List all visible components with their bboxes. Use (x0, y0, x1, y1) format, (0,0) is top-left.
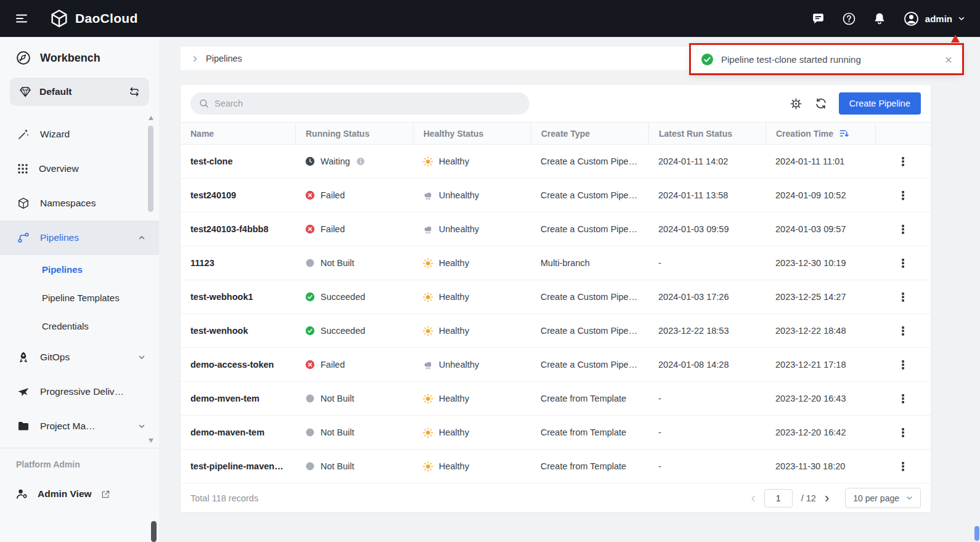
running-status-label: Failed (321, 190, 345, 200)
row-actions-button[interactable]: ⋮ (892, 392, 915, 406)
sidebar-item-project-management[interactable]: Project Ma… (0, 409, 159, 443)
col-running-status[interactable]: Running Status (295, 123, 413, 144)
col-latest-run-status[interactable]: Latest Run Status (648, 123, 766, 144)
pipeline-name[interactable]: test240103-f4bbb8 (181, 224, 295, 234)
creation-time: 2023-11-30 18:20 (766, 461, 875, 471)
running-status-label: Waiting (321, 156, 350, 166)
sun-icon (423, 394, 433, 404)
row-actions-button[interactable]: ⋮ (892, 188, 915, 203)
running-status-label: Failed (321, 360, 345, 370)
menu-hamburger-icon[interactable] (15, 12, 28, 25)
search-box[interactable] (190, 92, 529, 115)
healthy-status-label: Healthy (439, 258, 469, 268)
table-row[interactable]: test-clone Waiting Healthy Create a Cust… (181, 145, 931, 179)
table-row[interactable]: 11123 Not Built Healthy Multi-branch - 2… (181, 246, 931, 280)
row-actions: ⋮ (875, 459, 931, 474)
running-status: Not Built (295, 258, 413, 268)
toast-close-button[interactable]: × (945, 53, 952, 66)
table-row[interactable]: test-wenhook Succeeded Healthy Create a … (181, 314, 931, 348)
notification-bell-icon[interactable] (873, 12, 886, 25)
table-row[interactable]: test240109 Failed Unhealthy Create a Cus… (181, 179, 931, 212)
create-pipeline-button[interactable]: Create Pipeline (839, 92, 921, 115)
scrollbar-thumb[interactable] (148, 126, 153, 212)
sidebar-subitem-credentials[interactable]: Credentials (0, 312, 159, 340)
table-row[interactable]: test-pipeline-maven… Not Built Healthy C… (181, 450, 931, 483)
row-actions-button[interactable]: ⋮ (892, 358, 915, 372)
external-link-icon (101, 490, 110, 499)
sidebar-item-wizard[interactable]: Wizard (0, 117, 159, 152)
scroll-up-arrow[interactable] (149, 116, 153, 120)
user-menu[interactable]: admin (903, 10, 965, 27)
next-page-button[interactable]: › (825, 491, 829, 505)
sidebar-item-label: Pipelines (40, 232, 79, 243)
platform-admin-section: Platform Admin Admin View (0, 448, 159, 542)
help-icon[interactable] (842, 12, 856, 26)
running-status: Failed (295, 224, 413, 234)
table-row[interactable]: test240103-f4bbb8 Failed Unhealthy Creat… (181, 212, 931, 246)
latest-run: 2024-01-03 17:26 (648, 292, 766, 302)
creation-time: 2023-12-20 16:42 (766, 427, 875, 437)
sidebar-subitem-pipelines[interactable]: Pipelines (0, 255, 159, 283)
workbench-header: Workbench (0, 37, 159, 74)
col-create-type[interactable]: Create Type (531, 123, 648, 144)
annotation-arrow (951, 34, 960, 42)
sidebar-subitem-pipeline-templates[interactable]: Pipeline Templates (0, 283, 159, 312)
row-actions-button[interactable]: ⋮ (892, 426, 915, 440)
sidebar-item-admin-view[interactable]: Admin View (16, 488, 143, 500)
pipeline-name[interactable]: demo-mven-tem (181, 394, 295, 403)
per-page-select[interactable]: 10 per page (845, 488, 921, 508)
table-row[interactable]: demo-mven-tem Not Built Healthy Create f… (181, 382, 931, 416)
info-icon[interactable] (356, 157, 365, 166)
scrollbar-thumb[interactable] (974, 526, 979, 541)
settings-gear-icon[interactable] (790, 98, 802, 110)
row-actions-button[interactable]: ⋮ (892, 324, 915, 338)
breadcrumb-current[interactable]: Pipelines (206, 54, 242, 63)
healthy-status-label: Healthy (439, 292, 469, 302)
row-actions-button[interactable]: ⋮ (892, 155, 915, 169)
scroll-down-arrow[interactable] (149, 439, 153, 443)
sidebar-item-namespaces[interactable]: Namespaces (0, 186, 159, 220)
sidebar-subitem-label: Credentials (42, 321, 89, 331)
table-header: Name Running Status Healthy Status Creat… (181, 122, 931, 145)
pipeline-name[interactable]: test-webhook1 (181, 292, 295, 302)
scrollbar-thumb[interactable] (151, 521, 157, 542)
refresh-icon[interactable] (815, 97, 827, 110)
table-row[interactable]: test-webhook1 Succeeded Healthy Create a… (181, 280, 931, 314)
row-actions-button[interactable]: ⋮ (892, 222, 915, 237)
col-name[interactable]: Name (181, 123, 295, 144)
workspace-selector[interactable]: Default (10, 78, 149, 106)
page-number-input[interactable]: 1 (764, 489, 793, 508)
pipeline-name[interactable]: test-wenhook (181, 326, 295, 336)
sidebar-item-label: Overview (39, 163, 79, 174)
sidebar-item-gitops[interactable]: GitOps (0, 340, 159, 374)
chat-icon[interactable] (811, 12, 825, 26)
platform-admin-label: Platform Admin (16, 459, 143, 469)
pipeline-name[interactable]: demo-maven-tem (181, 427, 295, 437)
pipeline-name[interactable]: test240109 (181, 190, 295, 200)
folder-icon (17, 420, 30, 432)
switch-workspace-icon[interactable] (129, 86, 140, 97)
search-input[interactable] (214, 99, 521, 108)
healthy-status-label: Healthy (439, 427, 469, 437)
row-actions-button[interactable]: ⋮ (892, 459, 915, 474)
sidebar-item-label: GitOps (40, 352, 70, 363)
create-type: Create from Template (531, 394, 648, 403)
row-actions-button[interactable]: ⋮ (892, 290, 915, 304)
sidebar-item-overview[interactable]: Overview (0, 152, 159, 186)
row-actions: ⋮ (875, 426, 931, 440)
col-creation-time[interactable]: Creation Time (766, 123, 875, 144)
pipeline-name[interactable]: 11123 (181, 258, 295, 268)
daocloud-logo[interactable]: DaoCloud (49, 9, 138, 28)
pipeline-name[interactable]: demo-access-token (181, 360, 295, 370)
sort-descending-icon[interactable] (839, 128, 849, 139)
pipeline-name[interactable]: test-pipeline-maven… (181, 461, 295, 471)
table-row[interactable]: demo-maven-tem Not Built Healthy Create … (181, 416, 931, 450)
sidebar-item-progressive-delivery[interactable]: Progressive Deliv… (0, 374, 159, 409)
sidebar-item-pipelines[interactable]: Pipelines (0, 220, 159, 255)
prev-page-button[interactable]: ‹ (751, 491, 755, 505)
pipeline-name[interactable]: test-clone (181, 156, 295, 166)
table-row[interactable]: demo-access-token Failed Unhealthy Creat… (181, 348, 931, 382)
sidebar-scrollbar[interactable] (148, 116, 153, 443)
row-actions-button[interactable]: ⋮ (892, 256, 915, 270)
col-healthy-status[interactable]: Healthy Status (413, 123, 531, 144)
